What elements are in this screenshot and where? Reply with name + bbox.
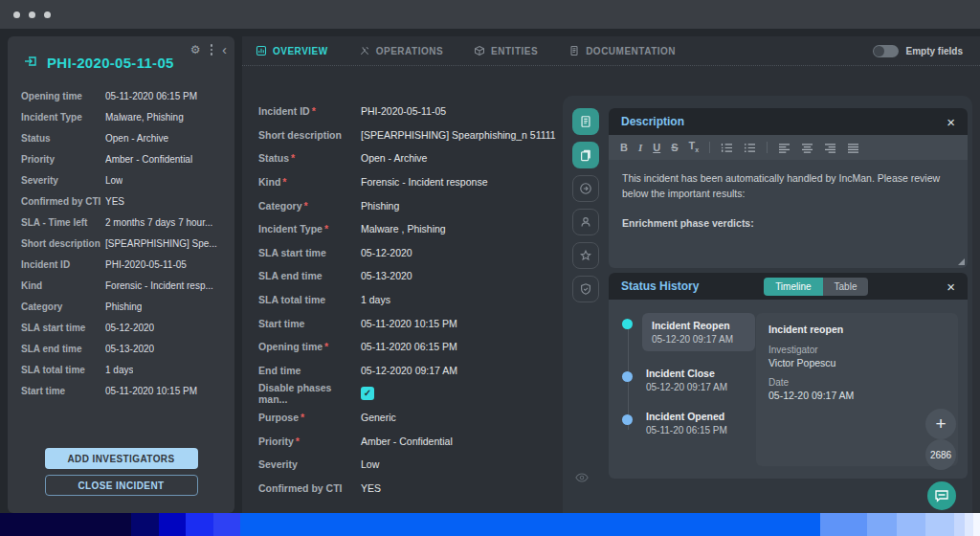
sidebar-field-row: Severity Low	[8, 169, 234, 190]
form-field-value[interactable]	[361, 387, 374, 400]
description-paragraph: Enrichment phase verdicts:	[622, 215, 954, 231]
view-option[interactable]: Timeline	[764, 278, 822, 296]
timeline-item-text: Incident Opened 05-11-20 06:15 PM	[642, 409, 731, 437]
form-field-value[interactable]: Low	[361, 458, 379, 470]
detail-field-value: 05-12-20 09:17 AM	[768, 390, 946, 401]
form-field-label: SLA total time*	[258, 294, 361, 305]
form-field-value[interactable]: Malware , Phishing	[361, 223, 446, 234]
add-investigators-button[interactable]: ADD INVESTIGATORS	[45, 448, 198, 469]
form-field-row: Priority* Amber - Confidential	[258, 429, 565, 453]
description-widget-button[interactable]	[572, 108, 599, 135]
counter-badge[interactable]: 2686	[925, 439, 956, 470]
underline-button[interactable]: U	[653, 143, 660, 153]
sidebar-field-row: Kind Forensic - Incident resp...	[8, 275, 234, 296]
field-label: Priority	[21, 154, 105, 165]
gradient-segment	[186, 513, 213, 536]
toolbar-separator	[709, 142, 710, 153]
field-value: Open - Archive	[105, 133, 168, 144]
window-control-dot[interactable]	[13, 11, 20, 18]
form-field-value[interactable]: 05-11-2020 06:15 PM	[361, 341, 457, 352]
investigators-widget-button[interactable]	[572, 209, 599, 235]
form-field-value[interactable]: 05-11-2020 10:15 PM	[361, 318, 457, 329]
form-field-value[interactable]: 1 days	[361, 294, 390, 305]
sidebar-field-row: Start time 05-11-2020 10:15 PM	[8, 380, 234, 401]
detail-fields: Investigator Victor Popescu Date 05-12-2…	[768, 345, 946, 401]
timeline-item-text: Incident Close 05-12-20 09:17 AM	[642, 366, 731, 394]
required-asterisk: *	[312, 105, 316, 117]
gradient-segment	[867, 513, 897, 536]
favorites-widget-button[interactable]	[572, 242, 599, 269]
field-label: Status	[21, 133, 105, 144]
kebab-menu-icon[interactable]	[209, 43, 215, 56]
form-field-label: Opening time*	[258, 341, 361, 352]
view-option[interactable]: Table	[823, 278, 869, 296]
form-field-value[interactable]: Generic	[361, 412, 396, 423]
overview-icon	[256, 45, 267, 56]
view-switcher: Timeline Table	[764, 278, 868, 296]
timeline-item[interactable]: Incident Reopen 05-12-20 09:17 AM	[622, 313, 771, 351]
tab-overview[interactable]: OVERVIEW	[256, 45, 328, 56]
bullet-list-button[interactable]	[744, 143, 756, 153]
form-field-value[interactable]: Open - Archive	[361, 152, 427, 164]
close-status-history-icon[interactable]: ×	[947, 279, 955, 294]
ordered-list-button[interactable]	[721, 143, 733, 153]
status-history-body: Incident Reopen 05-12-20 09:17 AM Incide…	[609, 300, 968, 479]
tab-entities[interactable]: ENTITIES	[474, 45, 538, 56]
form-field-value[interactable]: 05-12-2020	[361, 247, 412, 258]
clear-formatting-button[interactable]: Tx	[689, 141, 700, 153]
field-label: Kind	[21, 280, 105, 291]
form-field-value[interactable]: [SPEARPHISHING] Spearphishing_n 51111	[361, 129, 556, 141]
close-description-icon[interactable]: ×	[947, 115, 955, 129]
form-field-value[interactable]: Phishing	[361, 200, 399, 212]
description-editor[interactable]: This incident has been automatically han…	[609, 160, 968, 268]
bold-button[interactable]: B	[620, 143, 628, 153]
form-field-label: SLA start time*	[258, 247, 361, 258]
visibility-eye-icon[interactable]	[575, 469, 589, 486]
close-incident-button[interactable]: CLOSE INCIDENT	[45, 475, 198, 496]
form-field-label: Priority*	[258, 436, 361, 447]
timeline-item-title: Incident Close	[646, 368, 727, 379]
toggle-knob	[874, 46, 884, 56]
window-control-dot[interactable]	[44, 11, 51, 18]
field-label: Incident Type	[21, 112, 105, 123]
form-field-value[interactable]: YES	[361, 482, 381, 494]
timeline-item[interactable]: Incident Close 05-12-20 09:17 AM	[622, 366, 771, 394]
justify-button[interactable]	[847, 143, 859, 153]
strikethrough-button[interactable]: S	[671, 143, 678, 153]
field-value: Malware, Phishing	[105, 112, 184, 123]
timeline-dot	[622, 371, 633, 382]
form-field-value[interactable]: 05-13-2020	[361, 270, 412, 281]
status-history-widget-button[interactable]	[572, 142, 599, 168]
tab-documentation[interactable]: DOCUMENTATION	[568, 45, 676, 56]
playbook-widget-button[interactable]	[572, 175, 599, 202]
field-label: SLA - Time left	[21, 217, 105, 228]
gear-icon[interactable]: ⚙	[190, 44, 201, 56]
collapse-sidebar-icon[interactable]: ‹	[222, 44, 227, 56]
add-widget-button[interactable]: +	[925, 409, 956, 439]
form-field-row: Short description* [SPEARPHISHING] Spear…	[258, 123, 565, 147]
timeline-item[interactable]: Incident Opened 05-11-20 06:15 PM	[622, 409, 771, 437]
align-left-button[interactable]	[778, 143, 791, 153]
form-field-label: Category*	[258, 200, 361, 212]
form-field-value[interactable]: PHI-2020-05-11-05	[361, 105, 446, 117]
align-center-button[interactable]	[801, 143, 813, 153]
detail-field-value: Victor Popescu	[768, 357, 946, 368]
description-panel-header: Description ×	[609, 108, 968, 135]
gradient-segment	[897, 513, 925, 536]
tab-operations[interactable]: OPERATIONS	[359, 45, 443, 56]
form-field-row: Status* Open - Archive	[258, 146, 565, 170]
italic-button[interactable]: I	[638, 143, 642, 153]
form-field-value[interactable]: Forensic - Incident response	[361, 176, 487, 188]
security-widget-button[interactable]	[572, 276, 599, 302]
form-field-row: Start time* 05-11-2020 10:15 PM	[258, 311, 565, 335]
resize-handle[interactable]	[958, 258, 965, 265]
form-field-value[interactable]: 05-12-2020 09:17 AM	[361, 365, 457, 376]
sidebar-field-row: Incident Type Malware, Phishing	[8, 106, 234, 127]
empty-fields-toggle[interactable]	[873, 45, 899, 57]
tab-label: OVERVIEW	[273, 46, 328, 56]
window-control-dot[interactable]	[29, 11, 35, 18]
align-right-button[interactable]	[824, 143, 836, 153]
form-field-value[interactable]: Amber - Confidential	[361, 436, 453, 447]
chat-button[interactable]	[927, 481, 956, 510]
sidebar-field-row: Status Open - Archive	[8, 127, 234, 148]
